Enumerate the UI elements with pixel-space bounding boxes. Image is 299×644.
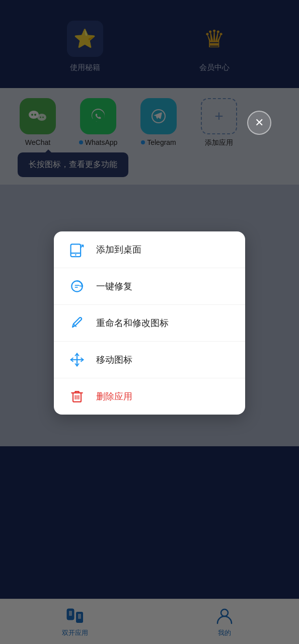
move-icon bbox=[68, 351, 86, 369]
close-button[interactable]: ✕ bbox=[247, 111, 271, 135]
menu-item-rename[interactable]: 重命名和修改图标 bbox=[54, 305, 245, 342]
svg-point-10 bbox=[75, 254, 77, 256]
menu-label-move: 移动图标 bbox=[96, 354, 132, 366]
menu-item-repair[interactable]: 一键修复 bbox=[54, 268, 245, 305]
tablet-icon bbox=[68, 240, 86, 259]
trash-icon bbox=[68, 387, 86, 406]
context-menu: 添加到桌面 一键修复 重命名和修改图标 bbox=[54, 231, 245, 415]
repair-icon bbox=[68, 277, 86, 295]
menu-item-move[interactable]: 移动图标 bbox=[54, 342, 245, 378]
menu-label-repair: 一键修复 bbox=[96, 280, 132, 292]
menu-item-add-to-desktop[interactable]: 添加到桌面 bbox=[54, 231, 245, 268]
close-icon: ✕ bbox=[255, 116, 264, 129]
menu-label-add-to-desktop: 添加到桌面 bbox=[96, 244, 141, 256]
menu-label-rename: 重命名和修改图标 bbox=[96, 317, 169, 329]
menu-item-delete[interactable]: 删除应用 bbox=[54, 378, 245, 415]
menu-label-delete: 删除应用 bbox=[96, 390, 132, 403]
pencil-icon bbox=[68, 314, 86, 332]
